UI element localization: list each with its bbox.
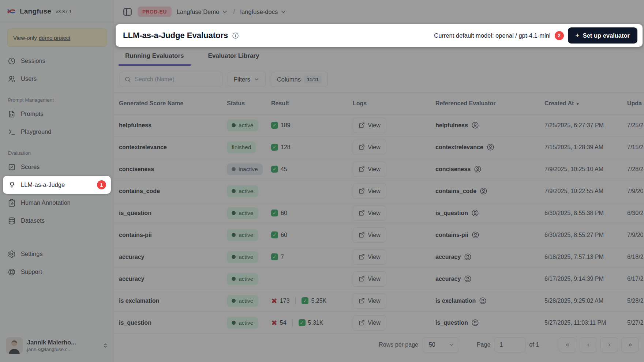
pass-count: ✓7 (271, 253, 284, 260)
status-badge: active (227, 207, 258, 219)
fail-count: ✖54 (271, 319, 293, 327)
table-row[interactable]: contains_code active ✖ ✓ View contains_c… (114, 180, 644, 202)
col-header-name[interactable]: Generated Score Name (119, 100, 227, 107)
plus-icon: + (576, 31, 580, 39)
view-logs-button[interactable]: View (353, 118, 386, 133)
status-dot-icon (232, 123, 236, 127)
sidebar-toggle-button[interactable] (123, 7, 132, 17)
fail-count: ✖173 (271, 297, 296, 305)
lightbulb-icon (8, 181, 16, 189)
view-logs-button[interactable]: View (353, 271, 386, 287)
col-header-logs[interactable]: Logs (353, 100, 435, 107)
pass-check-icon: ✓ (271, 166, 278, 173)
table-row[interactable]: is_question active ✖54 ✓5.31K View is_qu… (114, 312, 644, 334)
view-logs-button[interactable]: View (353, 184, 386, 199)
setup-evaluator-button[interactable]: + Set up evaluator (568, 27, 637, 44)
table-row[interactable]: is exclamation active ✖173 ✓5.25K View i… (114, 290, 644, 312)
created-at: 5/28/2025, 9:25:02 AM (544, 298, 627, 304)
sidebar-item-sessions[interactable]: Sessions (3, 52, 111, 70)
fail-x-icon: ✖ (271, 297, 277, 305)
view-logs-button[interactable]: View (353, 205, 386, 221)
info-icon[interactable] (232, 32, 239, 39)
view-logs-button[interactable]: View (353, 249, 386, 265)
pass-count: ✓128 (271, 144, 291, 151)
main-area: PROD-EU Langfuse Demo / langfuse-docs LL… (114, 0, 644, 362)
updated-at: 7/9/20 (627, 188, 644, 195)
prev-page-button[interactable]: ‹ (580, 337, 597, 352)
logo-row: Langfuse v3.87.1 (0, 0, 114, 23)
sidebar-item-playground[interactable]: Playground (3, 123, 111, 141)
pass-count: ✓45 (271, 166, 287, 173)
user-circle-icon (471, 319, 479, 327)
status-dot-icon (232, 255, 236, 259)
sidebar: Langfuse v3.87.1 View-only demo project … (0, 0, 114, 362)
table-row[interactable]: is_question active ✖ ✓60 View is_questio… (114, 202, 644, 224)
score-name: contextrelevance (119, 144, 227, 151)
tab-evaluator-library[interactable]: Evaluator Library (202, 52, 266, 66)
pass-count: ✓60 (271, 210, 287, 216)
sidebar-item-settings[interactable]: Settings (3, 245, 111, 263)
page-count-label: of 1 (529, 342, 539, 348)
users-icon (8, 75, 16, 83)
score-name: contains-pii (119, 232, 227, 238)
last-page-button[interactable]: » (621, 337, 639, 352)
view-logs-button[interactable]: View (353, 162, 386, 177)
sidebar-item-users[interactable]: Users (3, 70, 111, 88)
columns-count-badge: 11/11 (304, 76, 322, 83)
filters-button[interactable]: Filters (228, 72, 266, 87)
referenced-evaluator: helpfulness (435, 122, 468, 129)
referenced-evaluator: accuracy (435, 276, 461, 282)
user-circle-icon (471, 209, 479, 217)
table-row[interactable]: contains-pii active ✖ ✓60 View contains-… (114, 224, 644, 246)
page-label: Page (477, 342, 490, 348)
page-header: LLM-as-a-Judge Evaluators Current defaul… (116, 24, 643, 47)
page-number-input[interactable] (494, 337, 525, 352)
status-badge: active (227, 295, 258, 307)
org-switcher[interactable]: Langfuse Demo (177, 8, 228, 15)
first-page-button[interactable]: « (559, 337, 576, 352)
table-row[interactable]: accuracy active ✖ ✓7 View accuracy 6/18/… (114, 246, 644, 268)
col-header-referenced[interactable]: Referenced Evaluator (435, 100, 544, 107)
user-menu[interactable]: Jannik Maierho... jannik@langfuse.c... (0, 333, 114, 362)
external-link-icon (359, 276, 365, 282)
sidebar-item-support[interactable]: Support (3, 263, 111, 281)
sidebar-item-human-annotation[interactable]: Human Annotation (3, 194, 111, 212)
created-at: 7/9/2025, 10:25:10 AM (544, 166, 627, 173)
view-logs-button[interactable]: View (353, 140, 386, 155)
view-logs-button[interactable]: View (353, 315, 386, 331)
columns-button[interactable]: Columns 11/11 (271, 72, 328, 87)
table-row[interactable]: contextrelevance finished ✖ ✓128 View co… (114, 136, 644, 158)
view-logs-button[interactable]: View (353, 227, 386, 243)
sidebar-section-evaluation: Evaluation (8, 150, 111, 156)
app-name: Langfuse (20, 7, 51, 15)
view-logs-button[interactable]: View (353, 293, 386, 309)
breadcrumb-separator: / (233, 8, 235, 16)
chevron-down-icon (222, 9, 228, 15)
sidebar-item-prompts[interactable]: Prompts (3, 105, 111, 123)
col-header-status[interactable]: Status (227, 100, 271, 107)
col-header-created[interactable]: Created At ▼ (544, 100, 627, 107)
col-header-result[interactable]: Result (271, 100, 353, 107)
status-badge: inactive (227, 163, 263, 175)
updated-at: 7/15/2 (627, 144, 644, 151)
table-row[interactable]: accuracy active ✖ ✓ View accuracy 6/17/2… (114, 268, 644, 290)
status-badge: active (227, 229, 258, 241)
user-circle-icon (479, 297, 487, 305)
demo-project-link[interactable]: demo project (39, 35, 71, 41)
tab-running-evaluators[interactable]: Running Evaluators (119, 52, 191, 66)
project-switcher[interactable]: langfuse-docs (240, 8, 287, 15)
table-row[interactable]: helpfulness active ✖ ✓189 View helpfulne… (114, 114, 644, 136)
sidebar-item-llm-as-a-judge[interactable]: LLM-as-a-Judge 1 (3, 176, 111, 194)
search-input[interactable] (135, 76, 217, 83)
pass-check-icon: ✓ (271, 144, 278, 151)
sidebar-item-scores[interactable]: Scores (3, 158, 111, 176)
table-row[interactable]: conciseness inactive ✖ ✓45 View concisen… (114, 158, 644, 180)
pass-check-icon: ✓ (299, 319, 306, 326)
pass-check-icon: ✓ (271, 253, 278, 260)
col-header-updated[interactable]: Upda (627, 100, 644, 107)
external-link-icon (359, 188, 365, 194)
next-page-button[interactable]: › (600, 337, 618, 352)
sidebar-item-datasets[interactable]: Datasets (3, 212, 111, 230)
terminal-icon (8, 128, 16, 136)
rows-per-page-select[interactable]: 50 (423, 337, 459, 352)
